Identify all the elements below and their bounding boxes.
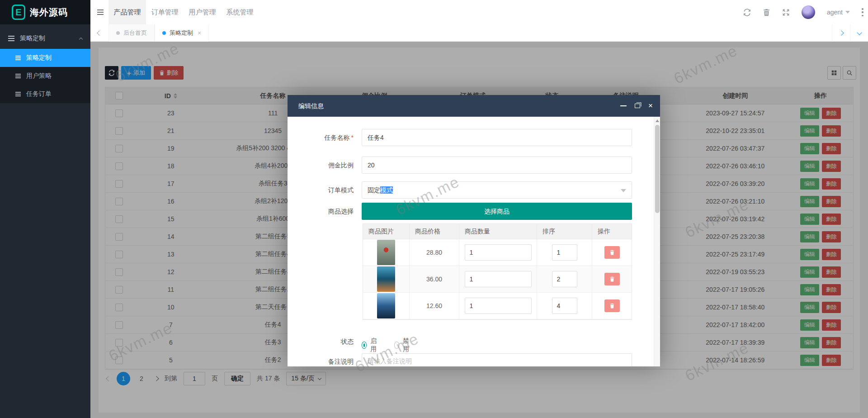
product-image xyxy=(377,266,395,292)
sidebar: 策略定制 策略定制用户策略任务订单 xyxy=(0,24,90,418)
field-label: 商品选择 xyxy=(288,203,354,220)
sidebar-item-1[interactable]: 用户策略 xyxy=(0,67,90,85)
order-mode-value: 固定 xyxy=(368,186,380,194)
sidebar-item-2[interactable]: 任务订单 xyxy=(0,85,90,103)
product-actions-cell xyxy=(592,293,632,319)
chevron-down-icon xyxy=(845,11,850,14)
product-column-header-0: 商品图片 xyxy=(363,224,410,239)
tab-label: 策略定制 xyxy=(170,29,193,37)
delete-product-button[interactable] xyxy=(604,299,620,312)
scroll-up-icon[interactable] xyxy=(656,119,659,122)
dialog-body: 任务名称* 任务4 佣金比例 20 订单模式 固定模式 商品选择 选择商品 商品… xyxy=(288,117,660,366)
product-column-header-1: 商品价格 xyxy=(410,224,459,239)
product-quantity-cell: 1 xyxy=(459,266,537,293)
field-label: 佣金比例 xyxy=(288,157,354,174)
user-menu[interactable]: agent xyxy=(827,9,850,16)
remark-textarea[interactable]: 请输入备注说明 xyxy=(362,353,632,366)
selected-text: 模式 xyxy=(380,186,393,194)
sidebar-group-label: 策略定制 xyxy=(20,34,45,43)
radio-icon[interactable] xyxy=(394,342,399,349)
delete-product-button[interactable] xyxy=(604,273,620,285)
quantity-input[interactable]: 1 xyxy=(465,271,532,287)
top-header: E 海外源码 产品管理订单管理用户管理系统管理 agent xyxy=(0,0,868,24)
product-row: 12.6014 xyxy=(363,293,632,319)
logo-icon: E xyxy=(12,5,25,20)
trash-icon xyxy=(609,276,615,282)
status-options: 启用禁用 xyxy=(362,337,411,353)
sort-input[interactable]: 1 xyxy=(552,244,577,261)
product-column-header-4: 操作 xyxy=(592,224,632,239)
close-icon[interactable]: × xyxy=(648,95,653,117)
radio-option-0[interactable]: 启用 xyxy=(362,337,379,353)
product-table-body: 28.801136.001212.6014 xyxy=(363,239,632,319)
trash-icon[interactable] xyxy=(763,9,770,16)
maximize-button[interactable] xyxy=(635,95,640,117)
list-icon xyxy=(15,56,21,60)
commission-input[interactable]: 20 xyxy=(362,157,632,174)
breadcrumb-tab-1[interactable]: 策略定制× xyxy=(155,24,209,42)
topnav-tab-0[interactable]: 产品管理 xyxy=(108,0,146,24)
list-icon xyxy=(15,92,21,96)
list-icon xyxy=(15,74,21,78)
sidebar-group-strategy[interactable]: 策略定制 xyxy=(0,28,90,49)
more-menu-icon[interactable] xyxy=(862,8,863,16)
product-quantity-cell: 1 xyxy=(459,239,537,266)
sort-input[interactable]: 4 xyxy=(552,298,577,314)
breadcrumb-tab-0[interactable]: 后台首页 xyxy=(108,24,155,42)
product-row: 36.0012 xyxy=(363,266,632,293)
sidebar-item-label: 用户策略 xyxy=(26,72,52,80)
tabs-scroll-right[interactable] xyxy=(832,24,850,42)
topnav-tab-2[interactable]: 用户管理 xyxy=(184,0,221,24)
fullscreen-icon[interactable] xyxy=(782,9,790,16)
quantity-input[interactable]: 1 xyxy=(465,244,532,261)
field-label: 备注说明 xyxy=(288,357,354,366)
product-image-cell xyxy=(363,293,410,319)
product-table: 商品图片商品价格商品数量排序操作 28.801136.001212.6014 xyxy=(363,223,632,320)
scrollbar-thumb[interactable] xyxy=(655,125,660,213)
product-sort-cell: 1 xyxy=(537,239,592,266)
product-row: 28.8011 xyxy=(363,239,632,266)
edit-dialog: 编辑信息 × 任务名称* 任务4 佣金比例 20 订单模式 固定模式 商品选择 … xyxy=(288,95,660,366)
sort-input[interactable]: 2 xyxy=(552,271,577,287)
topnav-tab-3[interactable]: 系统管理 xyxy=(221,0,259,24)
select-caret-icon xyxy=(621,189,626,192)
product-image-cell xyxy=(363,239,410,266)
field-label: 状态 xyxy=(288,337,354,346)
radio-option-1[interactable]: 禁用 xyxy=(394,337,411,353)
field-label: 订单模式 xyxy=(288,181,354,199)
refresh-icon[interactable] xyxy=(743,9,751,16)
tab-dot-icon xyxy=(162,31,166,35)
sidebar-collapse-icon[interactable] xyxy=(90,0,110,24)
delete-product-button[interactable] xyxy=(604,246,620,259)
top-nav: 产品管理订单管理用户管理系统管理 xyxy=(108,0,259,24)
app-logo: E 海外源码 xyxy=(0,0,90,24)
sidebar-submenu: 策略定制用户策略任务订单 xyxy=(0,49,90,103)
sidebar-item-0[interactable]: 策略定制 xyxy=(0,49,90,67)
product-actions-cell xyxy=(592,239,632,266)
quantity-input[interactable]: 1 xyxy=(465,298,532,314)
order-mode-select[interactable]: 固定模式 xyxy=(362,181,632,199)
minimize-button[interactable] xyxy=(620,95,627,117)
task-name-input[interactable]: 任务4 xyxy=(362,129,632,146)
breadcrumb-bar: 后台首页策略定制× xyxy=(90,24,868,42)
dialog-scrollbar[interactable] xyxy=(654,117,660,366)
tab-dot-icon xyxy=(116,31,120,35)
choose-product-button[interactable]: 选择商品 xyxy=(362,203,632,220)
dialog-title: 编辑信息 xyxy=(298,102,324,109)
product-price-cell: 28.80 xyxy=(410,239,459,266)
user-avatar[interactable] xyxy=(802,5,815,19)
menu-bars-icon xyxy=(97,10,104,15)
chevron-left-icon xyxy=(97,30,102,35)
product-actions-cell xyxy=(592,266,632,293)
radio-icon[interactable] xyxy=(362,342,367,349)
topnav-tab-1[interactable]: 订单管理 xyxy=(146,0,184,24)
product-table-header: 商品图片商品价格商品数量排序操作 xyxy=(363,224,632,239)
product-sort-cell: 4 xyxy=(537,293,592,319)
product-column-header-2: 商品数量 xyxy=(459,224,537,239)
product-image-cell xyxy=(363,266,410,293)
tabs-menu-button[interactable] xyxy=(850,24,868,42)
tabs-scroll-left[interactable] xyxy=(90,24,108,42)
dialog-header[interactable]: 编辑信息 × xyxy=(288,95,660,117)
close-tab-icon[interactable]: × xyxy=(198,29,201,37)
trash-icon xyxy=(609,250,615,255)
